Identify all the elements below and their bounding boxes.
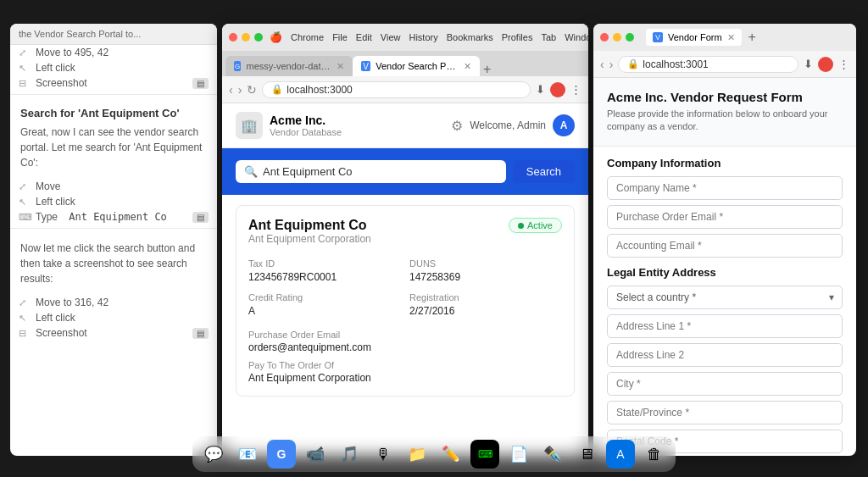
menu-profiles[interactable]: Profiles bbox=[502, 32, 533, 42]
vendor-form-title: Acme Inc. Vendor Request Form bbox=[607, 90, 843, 104]
section-text-1: Great, now I can see the vendor search p… bbox=[20, 125, 207, 170]
right-back[interactable]: ‹ bbox=[600, 58, 604, 71]
status-dot bbox=[518, 223, 524, 229]
registration-value: 2/27/2016 bbox=[409, 305, 454, 317]
menu-chrome[interactable]: Chrome bbox=[291, 32, 324, 42]
dock-notes[interactable]: ✏️ bbox=[437, 440, 465, 469]
back-button[interactable]: ‹ bbox=[229, 83, 233, 97]
dock: 💬 📧 G 📹 🎵 🎙 📁 ✏️ ⌨ 📄 ✒️ 🖥 A 🗑 bbox=[192, 436, 676, 472]
vendor-name: Ant Equipment Co bbox=[248, 218, 371, 233]
menu-view[interactable]: View bbox=[381, 32, 401, 42]
address2-field bbox=[607, 343, 843, 367]
minimize-button[interactable] bbox=[242, 33, 250, 42]
action-screenshot-2: ⊟ Screenshot ▤ bbox=[10, 325, 217, 341]
dock-files[interactable]: 📁 bbox=[403, 440, 431, 469]
dock-display[interactable]: 🖥 bbox=[572, 440, 601, 469]
lock-icon: 🔒 bbox=[271, 84, 283, 95]
menu-tab[interactable]: Tab bbox=[541, 32, 556, 42]
status-text: Active bbox=[527, 220, 553, 230]
right-tab-close[interactable]: ✕ bbox=[727, 32, 735, 43]
dock-terminal[interactable]: ⌨ bbox=[470, 440, 499, 469]
forward-button[interactable]: › bbox=[238, 83, 242, 97]
menu-edit[interactable]: Edit bbox=[356, 32, 372, 42]
right-forward[interactable]: › bbox=[609, 58, 614, 71]
tab-favicon-2: V bbox=[361, 61, 370, 71]
dock-appstore[interactable]: A bbox=[606, 440, 635, 469]
dock-mail[interactable]: 📧 bbox=[233, 440, 262, 469]
state-input[interactable] bbox=[607, 401, 843, 424]
bar-actions: ⬇ ⋮ bbox=[536, 82, 581, 97]
action-label-click3: Left click bbox=[36, 312, 75, 324]
section-title-1: Search for 'Ant Equipment Co' bbox=[20, 107, 207, 119]
right-bar-actions: ⬇ ⋮ bbox=[804, 57, 849, 72]
avatar: A bbox=[553, 114, 575, 136]
tab-vendor-search[interactable]: V Vendor Search Portal ✕ bbox=[353, 56, 480, 76]
right-max-button[interactable] bbox=[626, 33, 634, 42]
menu-history[interactable]: History bbox=[409, 32, 437, 42]
maximize-button[interactable] bbox=[254, 33, 263, 42]
settings-icon[interactable]: ⚙ bbox=[451, 118, 463, 134]
menu-dots[interactable]: ⋮ bbox=[570, 83, 581, 96]
click-icon-1: ↖ bbox=[19, 63, 31, 74]
dock-draw[interactable]: ✒️ bbox=[538, 440, 567, 469]
action-leftclick-3: ↖ Left click bbox=[10, 310, 217, 325]
dock-chrome[interactable]: G bbox=[267, 440, 296, 469]
address-box[interactable]: 🔒 localhost:3000 bbox=[262, 81, 531, 98]
po-email-input[interactable] bbox=[607, 205, 843, 229]
right-new-tab[interactable]: + bbox=[748, 31, 756, 44]
download-icon[interactable]: ⬇ bbox=[536, 83, 545, 96]
tab-close-2[interactable]: ✕ bbox=[464, 61, 471, 72]
reload-button[interactable]: ↻ bbox=[247, 83, 257, 97]
company-name-input[interactable] bbox=[607, 176, 843, 200]
vendor-pay-to: Pay To The Order Of Ant Equipment Corpor… bbox=[248, 357, 562, 384]
action-label-move3: Move to 316, 42 bbox=[36, 297, 108, 308]
field-registration: Registration 2/27/2016 bbox=[409, 292, 562, 318]
search-button[interactable]: Search bbox=[513, 160, 575, 183]
address2-input[interactable] bbox=[607, 343, 843, 367]
dock-facetime[interactable]: 📹 bbox=[301, 440, 330, 469]
right-download-icon[interactable]: ⬇ bbox=[804, 58, 813, 70]
right-min-button[interactable] bbox=[613, 33, 621, 42]
po-email-label: Purchase Order Email bbox=[248, 330, 340, 340]
right-address-box[interactable]: 🔒 localhost:3001 bbox=[618, 56, 798, 73]
apple-icon: 🍎 bbox=[270, 31, 282, 43]
browser-tabs: G messy-vendor-data - Googl... ✕ V Vendo… bbox=[222, 51, 588, 76]
vendor-po-email: Purchase Order Email orders@antequipment… bbox=[248, 326, 562, 353]
main-browser-window: 🍎 Chrome File Edit View History Bookmark… bbox=[222, 24, 588, 456]
action-type: ⌨ Type Ant Equipment Co ▤ bbox=[10, 209, 217, 225]
menu-bookmarks[interactable]: Bookmarks bbox=[447, 32, 493, 42]
type-icon: ⌨ bbox=[19, 212, 31, 223]
search-input-wrap[interactable]: 🔍 Ant Equipment Co bbox=[236, 160, 506, 183]
menu-file[interactable]: File bbox=[332, 32, 348, 42]
address1-input[interactable] bbox=[607, 314, 843, 338]
close-button[interactable] bbox=[229, 33, 237, 42]
right-menu-dots[interactable]: ⋮ bbox=[838, 58, 849, 70]
profile-dot[interactable] bbox=[550, 82, 565, 97]
po-email-value: orders@antequipment.com bbox=[248, 341, 562, 353]
dock-docs[interactable]: 📄 bbox=[504, 440, 533, 469]
move-icon-3: ⤢ bbox=[19, 297, 31, 308]
right-profile-dot[interactable] bbox=[818, 57, 833, 72]
accounting-email-field bbox=[607, 234, 843, 258]
new-tab-button[interactable]: + bbox=[483, 63, 491, 76]
dock-trash[interactable]: 🗑 bbox=[640, 440, 669, 469]
screenshot-icon-2: ⊟ bbox=[19, 328, 31, 339]
right-tab[interactable]: V Vendor Form ✕ bbox=[646, 29, 742, 46]
action-label-ss1: Screenshot bbox=[36, 77, 87, 89]
pay-to-value: Ant Equipment Corporation bbox=[248, 372, 562, 384]
tab-close-1[interactable]: ✕ bbox=[337, 61, 344, 72]
menu-window[interactable]: Window bbox=[565, 32, 588, 42]
tab-favicon-1: G bbox=[234, 61, 241, 71]
accounting-email-input[interactable] bbox=[607, 234, 843, 258]
dock-music[interactable]: 🎵 bbox=[335, 440, 364, 469]
dock-podcasts[interactable]: 🎙 bbox=[369, 440, 398, 469]
move-icon: ⤢ bbox=[19, 47, 31, 58]
tab-messy-vendor[interactable]: G messy-vendor-data - Googl... ✕ bbox=[225, 56, 353, 76]
click-icon-3: ↖ bbox=[19, 313, 31, 324]
city-input[interactable] bbox=[607, 372, 843, 396]
badge-3: ▤ bbox=[192, 328, 209, 339]
dock-messages[interactable]: 💬 bbox=[199, 440, 228, 469]
country-field: Select a country * bbox=[607, 286, 843, 309]
right-close-button[interactable] bbox=[600, 33, 609, 42]
country-select[interactable]: Select a country * bbox=[607, 286, 843, 309]
